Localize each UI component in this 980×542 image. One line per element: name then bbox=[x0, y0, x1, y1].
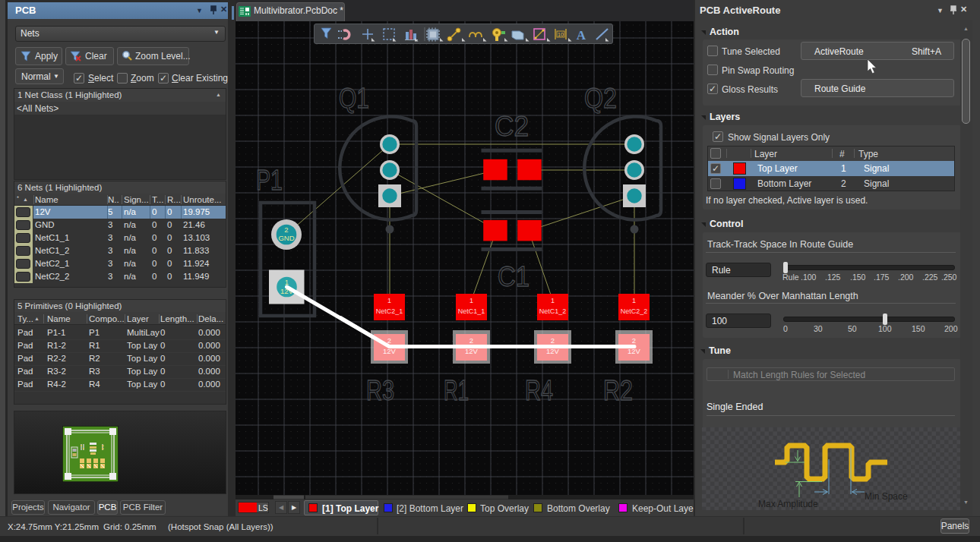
svg-text:C1: C1 bbox=[498, 261, 530, 292]
svg-text:R1: R1 bbox=[444, 375, 469, 406]
svg-text:10: 10 bbox=[558, 32, 564, 37]
svg-text:R4: R4 bbox=[525, 375, 553, 406]
svg-text:NetC2_2: NetC2_2 bbox=[621, 307, 648, 315]
svg-text:2: 2 bbox=[284, 225, 288, 234]
svg-text:1: 1 bbox=[387, 297, 391, 304]
svg-text:GND: GND bbox=[278, 234, 294, 242]
svg-text:1: 1 bbox=[551, 297, 555, 304]
svg-text:R2: R2 bbox=[603, 375, 633, 406]
svg-text:2: 2 bbox=[632, 336, 636, 345]
svg-text:2: 2 bbox=[469, 336, 473, 345]
svg-text:NetC2_1: NetC2_1 bbox=[376, 307, 403, 315]
svg-text:R3: R3 bbox=[366, 375, 394, 406]
svg-text:1: 1 bbox=[469, 297, 473, 304]
svg-text:Min Space: Min Space bbox=[865, 491, 908, 502]
svg-text:NetC1_2: NetC1_2 bbox=[539, 307, 567, 315]
svg-text:2: 2 bbox=[551, 336, 555, 345]
svg-text:Max Amplitude: Max Amplitude bbox=[758, 499, 818, 509]
svg-text:C2: C2 bbox=[495, 111, 529, 142]
svg-text:Q1: Q1 bbox=[339, 83, 369, 114]
svg-text:P1: P1 bbox=[256, 165, 283, 196]
svg-text:2: 2 bbox=[387, 336, 391, 345]
svg-text:1: 1 bbox=[285, 278, 289, 286]
svg-text:NetC1_1: NetC1_1 bbox=[458, 307, 485, 315]
svg-text:A: A bbox=[577, 28, 586, 43]
svg-text:Q2: Q2 bbox=[584, 83, 617, 114]
svg-text:1: 1 bbox=[632, 297, 636, 304]
